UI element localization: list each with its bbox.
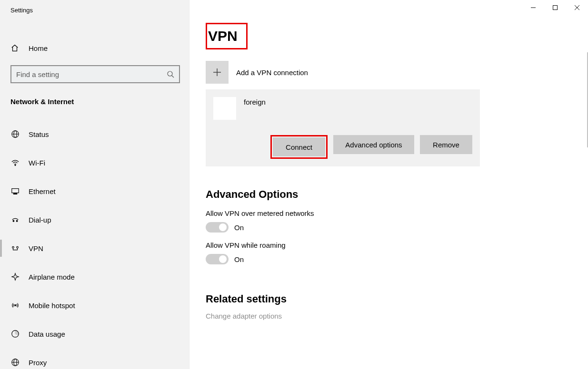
sidebar-item-dialup[interactable]: Dial-up [0,205,189,234]
sidebar-item-label: Mobile hotspot [29,301,75,310]
add-vpn-connection[interactable]: Add a VPN connection [206,61,572,84]
close-button[interactable] [566,0,588,15]
app-title: Settings [0,0,189,14]
sidebar-item-label: Ethernet [29,187,56,195]
sidebar-nav: Status Wi-Fi Ethernet [0,120,189,369]
svg-point-15 [17,246,19,248]
sidebar-item-vpn[interactable]: VPN [0,234,189,262]
related-settings-heading: Related settings [206,293,572,305]
sidebar-item-label: Proxy [29,359,47,367]
connect-button[interactable]: Connect [273,137,325,156]
sidebar-item-label: Dial-up [29,216,51,224]
sidebar-item-label: Wi-Fi [29,159,45,167]
svg-point-4 [168,71,172,76]
nav-home-label: Home [29,44,48,52]
globe-icon [10,130,20,138]
home-icon [10,44,20,52]
advanced-options-heading: Advanced Options [206,188,572,201]
sidebar-item-proxy[interactable]: Proxy [0,348,189,369]
svg-rect-11 [13,193,17,194]
sidebar-item-label: VPN [29,244,43,252]
change-adapter-link[interactable]: Change adapter options [206,312,572,320]
sidebar-item-datausage[interactable]: Data usage [0,320,189,348]
remove-button[interactable]: Remove [420,135,472,154]
datausage-icon [10,330,20,338]
maximize-button[interactable] [544,0,566,15]
svg-line-5 [172,76,174,78]
globe-icon [10,358,20,367]
vpn-entry[interactable]: foreign Connect Advanced options Remove [206,89,480,166]
plus-icon [206,61,229,84]
toggle-metered-state: On [234,223,244,232]
sidebar-item-label: Status [29,130,49,138]
hotspot-icon [10,301,20,310]
sidebar: Settings Home Find a setting Network & I… [0,0,189,369]
main-content: VPN Add a VPN connection foreign Connect… [189,0,588,369]
window-controls [522,0,588,15]
page-title: VPN [207,24,246,48]
advanced-options-button[interactable]: Advanced options [333,135,414,154]
toggle-roaming-state: On [234,255,244,263]
sidebar-item-hotspot[interactable]: Mobile hotspot [0,291,189,320]
toggle-metered-block: Allow VPN over metered networks On [206,209,572,233]
toggle-metered-label: Allow VPN over metered networks [206,209,572,217]
vpn-connection-name: foreign [244,97,266,106]
sidebar-item-airplane[interactable]: Airplane mode [0,262,189,291]
sidebar-item-label: Airplane mode [29,273,75,281]
toggle-metered[interactable] [206,222,229,233]
settings-window: Settings Home Find a setting Network & I… [0,0,588,369]
nav-home[interactable]: Home [0,38,189,58]
svg-rect-10 [12,189,19,193]
ethernet-icon [10,187,20,195]
svg-rect-1 [553,6,558,10]
sidebar-item-ethernet[interactable]: Ethernet [0,177,189,205]
toggle-roaming-label: Allow VPN while roaming [206,241,572,249]
toggle-roaming-block: Allow VPN while roaming On [206,241,572,264]
sidebar-category: Network & Internet [0,97,189,106]
page-title-highlight: VPN [206,23,248,49]
svg-point-12 [13,220,14,222]
connect-button-highlight: Connect [270,135,328,159]
sidebar-item-wifi[interactable]: Wi-Fi [0,148,189,177]
wifi-icon [10,158,20,167]
vpn-connection-icon [213,97,236,120]
sidebar-item-status[interactable]: Status [0,120,189,148]
search-input[interactable]: Find a setting [10,65,180,83]
svg-point-16 [15,305,16,306]
svg-point-9 [15,165,16,166]
dialup-icon [10,215,20,224]
toggle-roaming[interactable] [206,254,229,264]
vpn-icon [10,244,20,252]
search-icon [167,70,174,78]
sidebar-item-label: Data usage [29,330,65,338]
minimize-button[interactable] [522,0,544,15]
search-placeholder: Find a setting [16,70,167,78]
svg-point-14 [12,246,14,248]
airplane-icon [10,272,20,281]
add-vpn-label: Add a VPN connection [236,68,308,77]
svg-point-13 [16,220,18,222]
